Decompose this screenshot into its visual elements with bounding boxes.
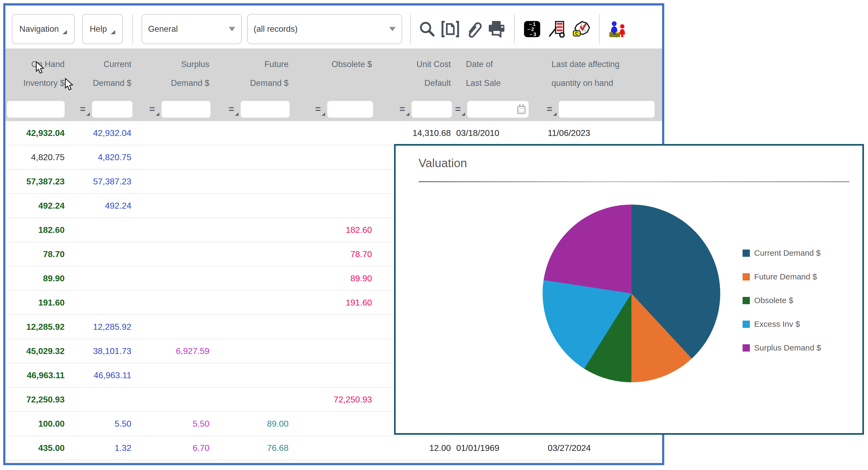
filter-operator-equals[interactable]: = <box>228 101 234 117</box>
cell-surplus-demand <box>134 267 212 290</box>
calendar-icon[interactable] <box>517 104 526 115</box>
cell-surplus-demand: 5.50 <box>134 412 212 436</box>
filter-operator-equals[interactable]: = <box>547 101 552 117</box>
cell-obsolete <box>291 339 375 363</box>
toolbar-separator <box>514 14 515 44</box>
resources-button[interactable] <box>608 17 627 41</box>
cell-surplus-demand: 6.70 <box>134 436 212 460</box>
filter-input-obsolete[interactable] <box>327 101 373 118</box>
cell-obsolete <box>291 169 375 193</box>
title-underline <box>418 181 849 182</box>
filter-row: = = = = = = <box>5 97 662 121</box>
menu-corner-triangle-icon <box>111 30 115 34</box>
search-button[interactable] <box>418 17 437 41</box>
cell-surplus-demand <box>134 145 212 169</box>
svg-text:3: 3 <box>533 32 536 37</box>
records-filter-value: (all records) <box>253 24 298 34</box>
cell-current-demand: 38,101.73 <box>67 339 134 363</box>
item-numbers-button[interactable]: 1 2 3 <box>523 17 541 41</box>
cell-future-demand <box>212 218 291 242</box>
legend-label: Future Demand $ <box>754 272 817 281</box>
cell-surplus-demand <box>134 194 212 218</box>
filter-input-on-hand[interactable] <box>7 101 65 118</box>
column-header-obsolete[interactable]: Obsolete $ <box>291 54 375 92</box>
column-header-date-of-last-sale[interactable]: Date of Last Sale <box>454 54 545 92</box>
hand-truck-button[interactable] <box>548 17 566 41</box>
column-header-unit-cost-default[interactable]: Unit Cost Default <box>375 54 454 92</box>
cell-current-demand: 57,387.23 <box>67 169 134 193</box>
cell-obsolete <box>291 412 375 436</box>
cell-future-demand <box>212 121 291 145</box>
filter-operator-equals[interactable]: = <box>149 101 155 117</box>
column-header-last-date-affecting[interactable]: Last date affecting quantity on hand <box>545 54 662 92</box>
cell-future-demand: 76.68 <box>212 436 291 460</box>
pie-legend: Current Demand $ Future Demand $ Obsolet… <box>743 248 821 353</box>
filter-operator-equals[interactable]: = <box>80 101 86 117</box>
cell-on-hand-inventory: 72,250.93 <box>5 388 67 411</box>
map-check-icon: C <box>573 21 590 38</box>
cell-future-demand <box>212 315 291 339</box>
cell-on-hand-inventory: 46,963.11 <box>5 364 67 387</box>
planning-map-button[interactable]: C <box>572 17 591 41</box>
cell-last-date: 03/27/2024 <box>545 436 662 460</box>
chevron-down-icon <box>389 27 396 31</box>
filter-input-surplus-demand[interactable] <box>161 101 211 118</box>
cell-current-demand: 492.24 <box>67 194 134 218</box>
filter-operator-equals[interactable]: = <box>455 101 461 117</box>
cell-unit-cost: 14,310.68 <box>375 121 454 145</box>
hand-truck-icon <box>548 21 566 38</box>
cell-current-demand: 12,285.92 <box>67 315 134 339</box>
cell-date-of-last-sale: 01/01/1969 <box>454 436 545 460</box>
cell-obsolete: 89.90 <box>291 267 375 290</box>
legend-label: Obsolete $ <box>754 296 793 305</box>
filter-input-future-demand[interactable] <box>241 101 289 118</box>
table-row[interactable]: 42,932.04 42,932.04 14,310.68 03/18/2010… <box>5 121 662 145</box>
filter-input-current-demand[interactable] <box>92 101 132 118</box>
cell-obsolete: 191.60 <box>291 291 375 314</box>
cell-future-demand <box>212 364 291 387</box>
legend-swatch <box>743 273 750 281</box>
cell-surplus-demand <box>134 169 212 193</box>
cell-obsolete <box>291 315 375 339</box>
cell-current-demand: 4,820.75 <box>67 145 134 169</box>
cell-obsolete <box>291 121 375 145</box>
people-icon <box>608 21 626 38</box>
view-dropdown[interactable]: General <box>142 14 242 44</box>
toolbar-separator <box>410 14 411 44</box>
mouse-cursor-icon <box>35 61 45 74</box>
filter-operator-equals[interactable]: = <box>315 101 321 117</box>
print-icon <box>488 21 505 38</box>
svg-text:2: 2 <box>531 27 534 32</box>
filter-operator-equals[interactable]: = <box>399 101 405 117</box>
toolbar-separator <box>132 14 133 44</box>
cell-future-demand: 89.00 <box>212 412 291 436</box>
filter-input-last-date[interactable] <box>559 101 655 118</box>
records-filter-dropdown[interactable]: (all records) <box>247 14 402 44</box>
copy-record-button[interactable] <box>441 17 460 41</box>
cell-current-demand: 46,963.11 <box>67 364 134 387</box>
mouse-cursor-icon <box>65 78 74 91</box>
legend-swatch <box>743 344 750 351</box>
attachments-button[interactable] <box>464 17 483 41</box>
table-row[interactable]: 435.00 1.32 6.70 76.68 12.00 01/01/1969 … <box>5 436 662 460</box>
toolbar-separator <box>599 14 600 44</box>
chevron-down-icon <box>229 27 235 31</box>
legend-item: Excess Inv $ <box>743 319 821 329</box>
cell-current-demand <box>67 218 134 242</box>
cell-on-hand-inventory: 12,285.92 <box>5 315 67 339</box>
help-menu-button[interactable]: Help <box>82 14 123 44</box>
cell-future-demand <box>212 339 291 363</box>
column-header-future-demand[interactable]: Future Demand $ <box>212 54 291 92</box>
column-header-current-demand[interactable]: Current Demand $ <box>67 54 134 92</box>
toolbar: Navigation Help General (all records) <box>5 5 662 49</box>
navigation-menu-button[interactable]: Navigation <box>12 14 74 44</box>
cell-current-demand <box>67 291 134 314</box>
grid-header: On Hand Inventory $ Current Demand $ Sur… <box>5 49 662 121</box>
column-header-surplus-demand[interactable]: Surplus Demand $ <box>134 54 212 92</box>
cell-future-demand <box>212 145 291 169</box>
cell-surplus-demand <box>134 291 212 314</box>
cell-on-hand-inventory: 191.60 <box>5 291 67 314</box>
print-button[interactable] <box>487 17 506 41</box>
filter-input-unit-cost[interactable] <box>411 101 452 118</box>
legend-swatch <box>743 250 750 257</box>
